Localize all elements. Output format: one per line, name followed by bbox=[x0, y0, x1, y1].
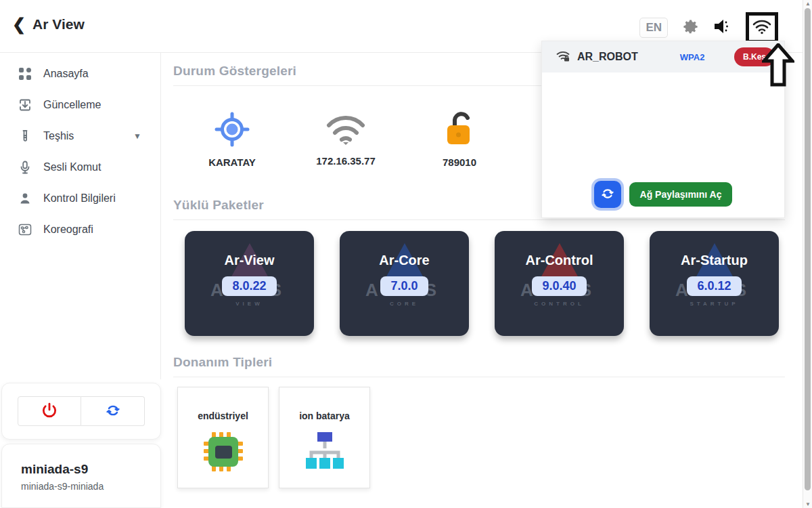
package-name: Ar-Startup bbox=[681, 253, 748, 268]
annotation-arrow-up-icon bbox=[762, 43, 794, 89]
package-card-ar-core[interactable]: AROS CORE Ar-Core 7.0.0 bbox=[340, 231, 469, 336]
flowchart-icon bbox=[18, 222, 32, 237]
indicator-value: 789010 bbox=[443, 156, 476, 168]
wifi-network-row[interactable]: AR_ROBOT WPA2 B.Kes bbox=[542, 41, 784, 72]
package-version-badge: 6.0.12 bbox=[687, 276, 741, 296]
unlock-icon bbox=[443, 112, 476, 150]
indicator-value: KARATAY bbox=[208, 156, 256, 168]
sidebar-item-teshis[interactable]: Teşhis ▼ bbox=[0, 121, 160, 152]
device-panel: miniada-s9 miniada-s9-miniada bbox=[1, 444, 161, 508]
microphone-icon bbox=[18, 160, 32, 175]
divider bbox=[173, 219, 785, 220]
scroll-up-icon[interactable]: ▲ bbox=[803, 1, 812, 7]
chip-icon bbox=[202, 431, 244, 475]
sidebar-item-anasayfa[interactable]: Anasayfa bbox=[0, 58, 160, 89]
package-card-ar-view[interactable]: AROS VIEW Ar-View 8.0.22 bbox=[185, 231, 314, 336]
scrollbar-thumb[interactable] bbox=[805, 8, 811, 490]
package-name: Ar-View bbox=[224, 253, 274, 268]
gear-icon[interactable] bbox=[681, 18, 700, 39]
package-name: Ar-Core bbox=[379, 253, 429, 268]
location-target-icon bbox=[215, 112, 250, 150]
divider bbox=[173, 377, 785, 377]
package-version-badge: 9.0.40 bbox=[532, 276, 586, 296]
package-version-badge: 7.0.0 bbox=[380, 276, 428, 296]
refresh-icon bbox=[600, 186, 615, 203]
restart-button[interactable] bbox=[81, 396, 145, 426]
scroll-down-icon[interactable]: ▼ bbox=[803, 501, 812, 507]
person-icon bbox=[18, 191, 32, 206]
indicator-location: KARATAY bbox=[202, 112, 263, 168]
battery-network-icon bbox=[304, 431, 345, 473]
package-name: Ar-Control bbox=[526, 253, 593, 268]
test-tube-icon bbox=[18, 129, 32, 144]
network-security: WPA2 bbox=[680, 52, 705, 62]
sidebar-item-label: Güncelleme bbox=[43, 99, 101, 111]
package-cards: AROS VIEW Ar-View 8.0.22 AROS CORE Ar-Co… bbox=[185, 231, 785, 336]
grid-icon bbox=[18, 66, 32, 81]
power-panel bbox=[1, 383, 161, 440]
sidebar-item-label: Kontrol Bilgileri bbox=[43, 192, 116, 205]
language-button[interactable]: EN bbox=[639, 18, 668, 38]
sidebar-item-kontrol-bilgileri[interactable]: Kontrol Bilgileri bbox=[0, 183, 160, 214]
package-card-ar-control[interactable]: AROS CONTROL Ar-Control 9.0.40 bbox=[495, 231, 624, 336]
network-ssid: AR_ROBOT bbox=[577, 51, 638, 63]
page-title: Ar View bbox=[32, 16, 85, 33]
wifi-lock-icon bbox=[556, 49, 570, 64]
indicator-code: 789010 bbox=[429, 112, 490, 168]
download-icon bbox=[18, 98, 32, 112]
back-button[interactable]: ❮ bbox=[12, 16, 26, 33]
hardware-label: ion batarya bbox=[299, 410, 350, 421]
hardware-card-endustriyel[interactable]: endüstriyel bbox=[177, 387, 269, 488]
refresh-networks-button[interactable] bbox=[594, 181, 621, 208]
wifi-icon bbox=[752, 18, 772, 37]
sidebar-item-label: Teşhis bbox=[43, 130, 74, 142]
sidebar-item-koreografi[interactable]: Koreografi bbox=[0, 214, 160, 245]
speaker-icon[interactable] bbox=[713, 18, 732, 38]
package-version-badge: 8.0.22 bbox=[222, 276, 276, 296]
hardware-cards: endüstriyel ion batarya bbox=[177, 387, 785, 488]
device-name: miniada-s9 bbox=[21, 462, 160, 477]
chevron-down-icon[interactable]: ▼ bbox=[133, 131, 141, 141]
restart-icon bbox=[105, 402, 121, 421]
sidebar-item-label: Koreografi bbox=[43, 224, 93, 236]
indicator-value: 172.16.35.77 bbox=[316, 155, 376, 167]
power-icon bbox=[41, 402, 58, 421]
hardware-label: endüstriyel bbox=[198, 410, 248, 421]
power-button[interactable] bbox=[18, 396, 81, 426]
wifi-menu-button[interactable] bbox=[746, 12, 778, 43]
network-share-button[interactable]: Ağ Paylaşımını Aç bbox=[629, 182, 733, 207]
hardware-section-title: Donanım Tipleri bbox=[173, 355, 785, 370]
scrollbar[interactable]: ▲ ▼ bbox=[803, 0, 812, 508]
wifi-signal-icon bbox=[323, 112, 368, 148]
indicator-ip: 172.16.35.77 bbox=[315, 112, 376, 168]
sidebar-item-guncelleme[interactable]: Güncelleme bbox=[0, 89, 160, 121]
wifi-popup: AR_ROBOT WPA2 B.Kes Ağ Paylaşımını Aç bbox=[541, 41, 785, 218]
hardware-card-ion-batarya[interactable]: ion batarya bbox=[279, 387, 370, 488]
device-subtitle: miniada-s9-miniada bbox=[21, 481, 160, 492]
sidebar-item-label: Sesli Komut bbox=[43, 161, 101, 173]
sidebar: Anasayfa Güncelleme Teşhis ▼ Sesli Komut… bbox=[0, 53, 161, 379]
sidebar-item-sesli-komut[interactable]: Sesli Komut bbox=[0, 152, 160, 183]
sidebar-item-label: Anasayfa bbox=[43, 68, 89, 80]
package-card-ar-startup[interactable]: AROS STARTUP Ar-Startup 6.0.12 bbox=[650, 231, 779, 336]
